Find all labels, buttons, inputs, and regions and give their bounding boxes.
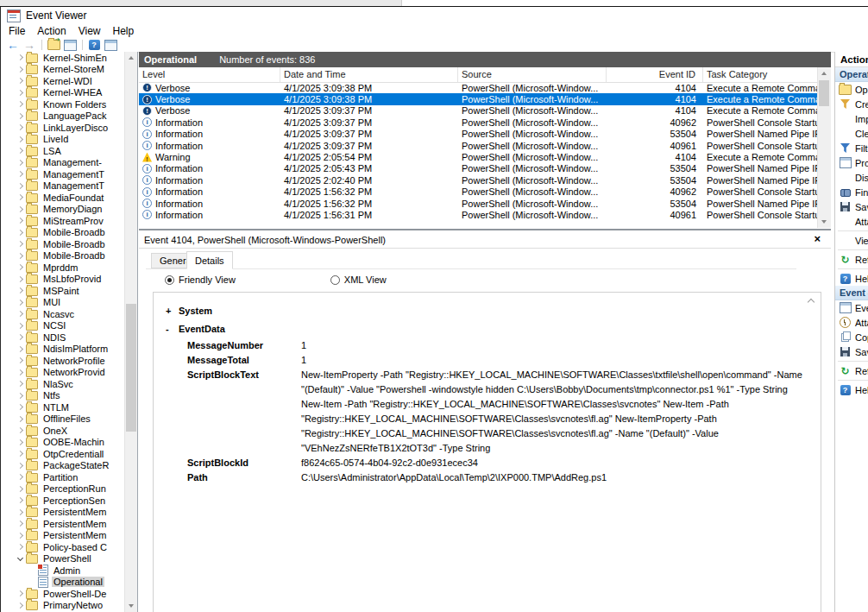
action-refresh[interactable]: ↻Refresh [835, 252, 868, 267]
action-filter-current-log[interactable]: Filter Current Log... [835, 141, 868, 155]
tree-item-mslbfoprovid[interactable]: MsLbfoProvid [1, 274, 125, 286]
tab-details[interactable]: Details [186, 251, 233, 269]
chevron-collapsed-icon[interactable] [15, 67, 26, 72]
tree-item-operational[interactable]: Operational [1, 577, 125, 589]
tree-item-policy-based-c[interactable]: Policy-based C [1, 541, 125, 553]
scroll-up-icon[interactable] [818, 67, 830, 79]
tree-item-managementt[interactable]: ManagementT [1, 168, 125, 180]
table-row[interactable]: !Verbose4/1/2025 3:09:38 PMPowerShell (M… [139, 93, 817, 104]
tree-scrollbar-thumb[interactable] [126, 304, 136, 432]
chevron-expanded-icon[interactable] [15, 558, 26, 560]
close-icon[interactable]: × [814, 233, 821, 245]
tree-item-powershell-de[interactable]: PowerShell-De [1, 588, 125, 600]
chevron-collapsed-icon[interactable] [15, 137, 26, 142]
tree-item-offlinefiles[interactable]: OfflineFiles [1, 413, 125, 426]
table-scrollbar[interactable] [817, 67, 831, 228]
table-row[interactable]: iInformation4/1/2025 1:56:32 PMPowerShel… [139, 186, 817, 198]
tree-item-admin[interactable]: Admin [1, 565, 125, 577]
chevron-collapsed-icon[interactable] [15, 172, 26, 176]
table-row[interactable]: iInformation4/1/2025 1:56:31 PMPowerShel… [139, 209, 817, 220]
tree-item-otpcredentiall[interactable]: OtpCredentiall [1, 448, 125, 460]
chevron-collapsed-icon[interactable] [15, 335, 26, 339]
tree-item-oobe-machin[interactable]: OOBE-Machin [1, 437, 125, 449]
chevron-collapsed-icon[interactable] [15, 218, 26, 223]
action-refresh[interactable]: ↻Refresh [835, 363, 868, 378]
chevron-collapsed-icon[interactable] [15, 102, 26, 106]
action-help[interactable]: ?Help [835, 271, 868, 286]
tree-item-mobile-broadb[interactable]: Mobile-Broadb [1, 227, 125, 239]
tree-item-ncasvc[interactable]: Ncasvc [1, 308, 125, 320]
tree-item-powershell[interactable]: PowerShell [1, 553, 125, 565]
chevron-collapsed-icon[interactable] [15, 464, 26, 468]
chevron-collapsed-icon[interactable] [15, 417, 26, 421]
action-attach-task-to-this-event[interactable]: Attach Task To This Event... [835, 315, 868, 330]
chevron-collapsed-icon[interactable] [15, 475, 26, 479]
chevron-collapsed-icon[interactable] [15, 79, 26, 83]
table-row[interactable]: !Warning4/1/2025 2:05:54 PMPowerShell (M… [139, 151, 817, 162]
action-attach-a-task-to-this-log[interactable]: Attach a Task To this Log... [835, 214, 868, 229]
action-import-custom-view[interactable]: Import Custom View... [835, 111, 868, 126]
tree-item-lsa[interactable]: LSA [1, 145, 125, 157]
chevron-collapsed-icon[interactable] [15, 521, 26, 526]
table-row[interactable]: iInformation4/1/2025 1:56:32 PMPowerShel… [139, 198, 817, 209]
action-copy[interactable]: Copy [835, 330, 868, 344]
chevron-collapsed-icon[interactable] [15, 148, 26, 153]
tree-item-nlasvc[interactable]: NlaSvc [1, 378, 125, 390]
chevron-collapsed-icon[interactable] [15, 510, 26, 514]
chevron-collapsed-icon[interactable] [15, 55, 26, 60]
chevron-collapsed-icon[interactable] [15, 347, 26, 351]
action-save-selected-events[interactable]: Save Selected Events... [835, 344, 868, 359]
export-folder-icon[interactable] [46, 39, 61, 52]
tree-item-mistreamprov[interactable]: MiStreamProv [1, 215, 125, 227]
chevron-collapsed-icon[interactable] [15, 184, 26, 188]
xml-view-radio[interactable] [330, 275, 340, 285]
chevron-collapsed-icon[interactable] [15, 394, 26, 398]
chevron-collapsed-icon[interactable] [15, 382, 26, 386]
chevron-collapsed-icon[interactable] [15, 161, 26, 165]
tree-item-linklayerdisco[interactable]: LinkLayerDisco [1, 122, 125, 134]
action-event-properties[interactable]: Event Properties [835, 300, 868, 315]
collapse-icon[interactable]: - [166, 324, 179, 334]
chevron-collapsed-icon[interactable] [15, 498, 26, 502]
eventdata-node[interactable]: - EventData [154, 321, 803, 336]
tree-item-mprddm[interactable]: Mprddm [1, 262, 125, 274]
system-node[interactable]: + System [154, 303, 803, 318]
chevron-collapsed-icon[interactable] [15, 451, 26, 456]
chevron-collapsed-icon[interactable] [15, 370, 26, 375]
tree-item-mobile-broadb[interactable]: Mobile-Broadb [1, 250, 125, 262]
actions-section-header-event[interactable]: Event 4104, PowerShell (Microsoft-Window… [835, 286, 868, 300]
table-row[interactable]: iInformation4/1/2025 3:09:37 PMPowerShel… [139, 140, 817, 151]
action-help[interactable]: ?Help [835, 382, 868, 397]
tree-item-ntlm[interactable]: NTLM [1, 401, 125, 413]
chevron-collapsed-icon[interactable] [15, 603, 26, 608]
menu-action[interactable]: Action [31, 25, 72, 37]
tree-item-ndis[interactable]: NDIS [1, 331, 125, 344]
table-row[interactable]: iInformation4/1/2025 2:05:43 PMPowerShel… [139, 163, 817, 174]
action-view[interactable]: View [835, 233, 868, 248]
menu-file[interactable]: File [3, 25, 31, 37]
chevron-collapsed-icon[interactable] [15, 324, 26, 328]
action-open-saved-log[interactable]: Open Saved Log... [835, 82, 868, 97]
tree-item-networkprovid[interactable]: NetworkProvid [1, 367, 125, 379]
chevron-collapsed-icon[interactable] [15, 195, 26, 199]
chevron-collapsed-icon[interactable] [15, 358, 26, 363]
tree-item-perceptionsen[interactable]: PerceptionSen [1, 495, 125, 507]
chevron-up-icon[interactable] [808, 300, 815, 306]
chevron-collapsed-icon[interactable] [15, 591, 26, 596]
show-hide-action-pane-icon[interactable] [103, 39, 118, 52]
table-scrollbar-thumb[interactable] [819, 80, 829, 106]
tree-item-networkprofile[interactable]: NetworkProfile [1, 355, 125, 367]
tree-item-liveid[interactable]: LiveId [1, 134, 125, 146]
tree-item-persistentmem[interactable]: PersistentMem [1, 507, 125, 519]
chevron-collapsed-icon[interactable] [15, 300, 26, 305]
tree-item-kernel-shimen[interactable]: Kernel-ShimEn [1, 52, 125, 64]
action-create-custom-view[interactable]: Create Custom View... [835, 97, 868, 111]
tree-item-known-folders[interactable]: Known Folders [1, 98, 125, 110]
table-row[interactable]: !Verbose4/1/2025 3:09:37 PMPowerShell (M… [139, 105, 817, 117]
tree-item-mobile-broadb[interactable]: Mobile-Broadb [1, 238, 125, 250]
horizontal-splitter[interactable] [139, 229, 831, 230]
chevron-collapsed-icon[interactable] [15, 533, 26, 538]
chevron-collapsed-icon[interactable] [15, 230, 26, 235]
chevron-collapsed-icon[interactable] [15, 288, 26, 293]
tree-item-perceptionrun[interactable]: PerceptionRun [1, 483, 125, 495]
